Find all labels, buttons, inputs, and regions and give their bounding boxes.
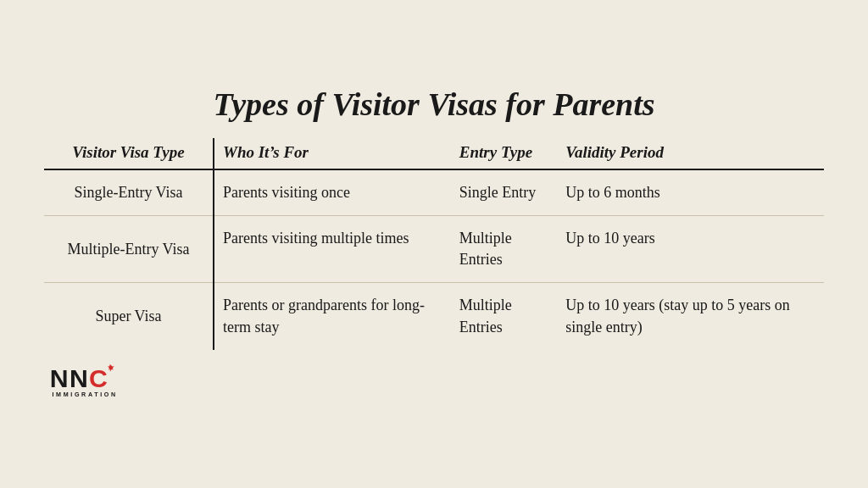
svg-text:IMMIGRATION: IMMIGRATION (52, 391, 116, 398)
table-row: Single-Entry VisaParents visiting onceSi… (44, 169, 824, 216)
svg-marker-3 (108, 364, 114, 372)
validity-cell: Up to 10 years (stay up to 5 years on si… (557, 283, 824, 350)
validity-cell: Up to 6 months (557, 169, 824, 216)
table-wrapper: Visitor Visa Type Who It’s For Entry Typ… (44, 138, 824, 350)
main-container: Types of Visitor Visas for Parents Visit… (19, 70, 849, 418)
entry-type-cell: Single Entry (451, 169, 558, 216)
who-for-cell: Parents or grandparents for long-term st… (214, 283, 451, 350)
col-header-validity: Validity Period (557, 138, 824, 169)
who-for-cell: Parents visiting multiple times (214, 216, 451, 283)
table-row: Multiple-Entry VisaParents visiting mult… (44, 216, 824, 283)
logo-area: N N C IMMIGRATION (44, 358, 824, 401)
col-header-visa-type: Visitor Visa Type (44, 138, 214, 169)
visa-type-cell: Super Visa (44, 283, 214, 350)
col-header-entry-type: Entry Type (451, 138, 558, 169)
entry-type-cell: Multiple Entries (451, 216, 558, 283)
table-row: Super VisaParents or grandparents for lo… (44, 283, 824, 350)
who-for-cell: Parents visiting once (214, 169, 451, 216)
table-header-row: Visitor Visa Type Who It’s For Entry Typ… (44, 138, 824, 169)
visa-table: Visitor Visa Type Who It’s For Entry Typ… (44, 138, 824, 350)
visa-type-cell: Single-Entry Visa (44, 169, 214, 216)
visa-type-cell: Multiple-Entry Visa (44, 216, 214, 283)
col-header-who-for: Who It’s For (214, 138, 451, 169)
svg-text:C: C (89, 364, 108, 392)
entry-type-cell: Multiple Entries (451, 283, 558, 350)
page-title: Types of Visitor Visas for Parents (44, 87, 824, 123)
svg-text:N: N (50, 364, 69, 392)
validity-cell: Up to 10 years (557, 216, 824, 283)
nnc-logo: N N C IMMIGRATION (48, 358, 116, 401)
svg-text:N: N (70, 364, 88, 392)
